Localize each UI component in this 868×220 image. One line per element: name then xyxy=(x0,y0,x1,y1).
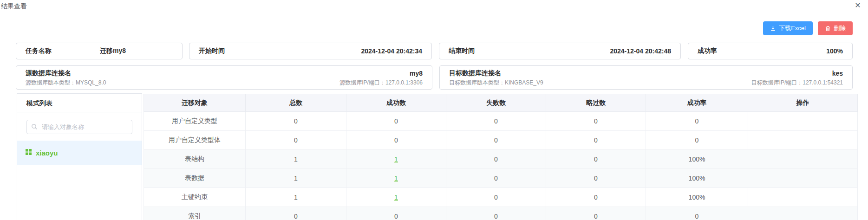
table-cell: 0 xyxy=(646,112,748,131)
table-cell: 0 xyxy=(546,150,646,169)
object-search xyxy=(26,120,132,134)
table-cell xyxy=(748,207,858,220)
column-header: 操作 xyxy=(748,94,858,112)
table-cell: 用户自定义类型 xyxy=(144,112,246,131)
delete-button[interactable]: 删除 xyxy=(818,21,853,35)
table-row: 用户自定义类型体00000 xyxy=(144,131,858,150)
table-cell: 0 xyxy=(446,131,546,150)
table-cell: 0 xyxy=(446,150,546,169)
table-cell: 主键约束 xyxy=(144,188,246,207)
target-db-name: kes xyxy=(832,70,843,77)
table-cell: 0 xyxy=(346,112,446,131)
table-cell: 0 xyxy=(246,131,346,150)
close-icon[interactable]: ✕ xyxy=(853,0,863,11)
source-db-ip: 源数据库IP/端口：127.0.0.1:3306 xyxy=(339,79,423,87)
table-cell: 100% xyxy=(646,188,748,207)
table-cell: 0 xyxy=(246,112,346,131)
table-cell: 1 xyxy=(246,150,346,169)
table-cell: 表数据 xyxy=(144,169,246,188)
start-time-value: 2024-12-04 20:42:34 xyxy=(361,47,422,55)
source-db-version: 源数据库版本类型：MYSQL_8.0 xyxy=(26,79,106,87)
table-cell xyxy=(748,150,858,169)
start-time-box: 开始时间 2024-12-04 20:42:34 xyxy=(189,43,432,59)
column-header: 成功数 xyxy=(346,94,446,112)
task-name-label: 任务名称 xyxy=(26,47,100,55)
download-icon xyxy=(770,26,776,32)
column-header: 失败数 xyxy=(446,94,546,112)
table-cell: 1 xyxy=(346,169,446,188)
table-cell xyxy=(748,188,858,207)
success-rate-value: 100% xyxy=(826,47,843,55)
table-cell: 1 xyxy=(346,150,446,169)
table-cell: 100% xyxy=(646,150,748,169)
end-time-value: 2024-12-04 20:42:48 xyxy=(610,47,671,55)
table-cell: 0 xyxy=(546,207,646,220)
table-cell: 100% xyxy=(646,169,748,188)
target-db-box: 目标数据库连接名 kes 目标数据库版本类型：KINGBASE_V9 目标数据库… xyxy=(439,65,853,90)
task-name-box: 任务名称 迁移my8 xyxy=(16,43,183,59)
object-search-input[interactable] xyxy=(26,120,132,134)
start-time-label: 开始时间 xyxy=(199,47,225,55)
schema-list: xiaoyu xyxy=(17,141,142,165)
table-body: 用户自定义类型00000用户自定义类型体00000表结构1100100%表数据1… xyxy=(144,112,858,220)
trash-icon xyxy=(825,26,831,32)
column-header: 总数 xyxy=(246,94,346,112)
table-cell: 0 xyxy=(546,112,646,131)
table-cell: 0 xyxy=(546,188,646,207)
column-header: 成功率 xyxy=(646,94,748,112)
table-cell: 用户自定义类型体 xyxy=(144,131,246,150)
table-cell xyxy=(748,112,858,131)
table-row: 表数据1100100% xyxy=(144,169,858,188)
column-header: 迁移对象 xyxy=(144,94,246,112)
source-db-label: 源数据库连接名 xyxy=(26,69,71,78)
page-title: 结果查看 xyxy=(1,2,27,11)
schema-item-xiaoyu[interactable]: xiaoyu xyxy=(17,141,142,165)
success-count-link[interactable]: 1 xyxy=(394,194,398,201)
migration-result-table: 迁移对象总数成功数失败数略过数成功率操作 用户自定义类型00000用户自定义类型… xyxy=(144,94,858,220)
download-excel-button[interactable]: 下载Excel xyxy=(763,21,813,35)
column-header: 略过数 xyxy=(546,94,646,112)
table-cell: 1 xyxy=(246,169,346,188)
task-name-value: 迁移my8 xyxy=(100,47,126,55)
target-db-version: 目标数据库版本类型：KINGBASE_V9 xyxy=(449,79,543,87)
table-cell: 0 xyxy=(346,207,446,220)
end-time-label: 结束时间 xyxy=(449,47,475,55)
schema-item-label: xiaoyu xyxy=(36,149,58,157)
table-cell: 1 xyxy=(346,188,446,207)
schema-sidebar: 模式列表 xiaoyu xyxy=(17,93,142,220)
table-header-row: 迁移对象总数成功数失败数略过数成功率操作 xyxy=(144,94,858,112)
table-row: 表结构1100100% xyxy=(144,150,858,169)
table-cell xyxy=(748,169,858,188)
schema-grid-icon xyxy=(26,149,32,157)
toolbar: 下载Excel 删除 xyxy=(763,21,853,35)
table-cell: 0 xyxy=(246,207,346,220)
success-count-link[interactable]: 1 xyxy=(394,155,398,163)
download-excel-label: 下载Excel xyxy=(779,24,806,32)
success-count-link[interactable]: 1 xyxy=(394,175,398,182)
table-cell: 0 xyxy=(446,112,546,131)
table-cell: 0 xyxy=(546,131,646,150)
migration-result-dialog: 结果查看 ✕ 下载Excel 删除 任务名称 迁移my8 开始时间 2024-1… xyxy=(0,0,868,220)
table-cell: 0 xyxy=(646,207,748,220)
schema-list-title: 模式列表 xyxy=(17,94,142,112)
table-cell: 0 xyxy=(546,169,646,188)
delete-label: 删除 xyxy=(834,24,846,32)
table-cell: 1 xyxy=(246,188,346,207)
source-db-name: my8 xyxy=(410,70,423,77)
end-time-box: 结束时间 2024-12-04 20:42:48 xyxy=(439,43,681,59)
success-rate-label: 成功率 xyxy=(698,47,717,55)
table-cell: 0 xyxy=(346,131,446,150)
table-row: 用户自定义类型00000 xyxy=(144,112,858,131)
table-cell: 0 xyxy=(446,188,546,207)
table-cell: 0 xyxy=(446,207,546,220)
table-cell: 0 xyxy=(646,131,748,150)
search-icon xyxy=(31,123,38,132)
table-cell: 表结构 xyxy=(144,150,246,169)
success-rate-box: 成功率 100% xyxy=(688,43,853,59)
table-row: 主键约束1100100% xyxy=(144,188,858,207)
table-row: 索引00000 xyxy=(144,207,858,220)
target-db-ip: 目标数据库IP/端口：127.0.0.1:54321 xyxy=(751,79,843,87)
table-cell: 索引 xyxy=(144,207,246,220)
source-db-box: 源数据库连接名 my8 源数据库版本类型：MYSQL_8.0 源数据库IP/端口… xyxy=(16,65,432,90)
table-cell: 0 xyxy=(446,169,546,188)
